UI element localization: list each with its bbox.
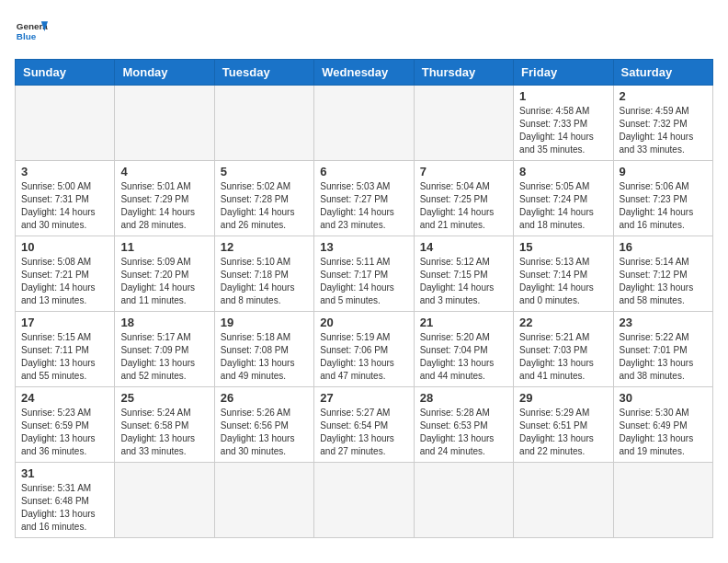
day-info: Sunrise: 5:31 AM Sunset: 6:48 PM Dayligh…	[21, 482, 108, 534]
calendar-cell: 27Sunrise: 5:27 AM Sunset: 6:54 PM Dayli…	[314, 387, 414, 463]
calendar-cell: 16Sunrise: 5:14 AM Sunset: 7:12 PM Dayli…	[613, 236, 712, 312]
calendar-cell: 9Sunrise: 5:06 AM Sunset: 7:23 PM Daylig…	[613, 161, 712, 236]
weekday-header-wednesday: Wednesday	[314, 60, 414, 86]
calendar-cell	[314, 86, 414, 161]
week-row-1: 1Sunrise: 4:58 AM Sunset: 7:33 PM Daylig…	[16, 86, 713, 161]
day-info: Sunrise: 5:21 AM Sunset: 7:03 PM Dayligh…	[519, 331, 607, 383]
day-info: Sunrise: 4:59 AM Sunset: 7:32 PM Dayligh…	[620, 105, 707, 156]
header: General Blue	[15, 15, 713, 48]
day-number: 15	[519, 240, 607, 254]
calendar-cell	[16, 86, 115, 161]
calendar-cell: 19Sunrise: 5:18 AM Sunset: 7:08 PM Dayli…	[214, 312, 313, 387]
calendar-cell: 31Sunrise: 5:31 AM Sunset: 6:48 PM Dayli…	[16, 463, 115, 538]
day-info: Sunrise: 5:24 AM Sunset: 6:58 PM Dayligh…	[120, 407, 208, 458]
day-info: Sunrise: 5:06 AM Sunset: 7:23 PM Dayligh…	[620, 180, 707, 232]
day-number: 21	[420, 316, 507, 329]
day-info: Sunrise: 5:30 AM Sunset: 6:49 PM Dayligh…	[620, 407, 707, 458]
day-number: 17	[21, 316, 108, 329]
day-info: Sunrise: 4:58 AM Sunset: 7:33 PM Dayligh…	[519, 105, 607, 156]
day-number: 30	[620, 391, 707, 405]
day-number: 22	[519, 316, 607, 329]
day-number: 29	[519, 391, 607, 405]
logo: General Blue	[15, 15, 48, 48]
day-number: 14	[420, 240, 507, 254]
day-info: Sunrise: 5:03 AM Sunset: 7:27 PM Dayligh…	[320, 180, 407, 232]
day-info: Sunrise: 5:23 AM Sunset: 6:59 PM Dayligh…	[21, 407, 108, 458]
calendar-cell: 13Sunrise: 5:11 AM Sunset: 7:17 PM Dayli…	[314, 236, 414, 312]
day-info: Sunrise: 5:27 AM Sunset: 6:54 PM Dayligh…	[320, 407, 407, 458]
calendar-cell	[314, 463, 414, 538]
calendar-cell: 2Sunrise: 4:59 AM Sunset: 7:32 PM Daylig…	[613, 86, 712, 161]
day-info: Sunrise: 5:10 AM Sunset: 7:18 PM Dayligh…	[221, 256, 308, 307]
svg-text:Blue: Blue	[17, 31, 37, 41]
day-number: 28	[420, 391, 507, 405]
calendar-cell	[613, 463, 712, 538]
calendar-cell	[414, 86, 513, 161]
calendar-table: SundayMondayTuesdayWednesdayThursdayFrid…	[15, 59, 713, 538]
week-row-3: 10Sunrise: 5:08 AM Sunset: 7:21 PM Dayli…	[16, 236, 713, 312]
day-info: Sunrise: 5:26 AM Sunset: 6:56 PM Dayligh…	[221, 407, 308, 458]
day-info: Sunrise: 5:04 AM Sunset: 7:25 PM Dayligh…	[420, 180, 507, 232]
day-info: Sunrise: 5:13 AM Sunset: 7:14 PM Dayligh…	[519, 256, 607, 307]
day-number: 19	[221, 316, 308, 329]
day-info: Sunrise: 5:11 AM Sunset: 7:17 PM Dayligh…	[320, 256, 407, 307]
day-number: 9	[620, 165, 707, 178]
weekday-header-friday: Friday	[514, 60, 613, 86]
calendar-cell	[214, 463, 313, 538]
calendar-cell: 3Sunrise: 5:00 AM Sunset: 7:31 PM Daylig…	[16, 161, 115, 236]
calendar-cell	[414, 463, 513, 538]
day-number: 16	[620, 240, 707, 254]
week-row-6: 31Sunrise: 5:31 AM Sunset: 6:48 PM Dayli…	[16, 463, 713, 538]
day-info: Sunrise: 5:18 AM Sunset: 7:08 PM Dayligh…	[221, 331, 308, 383]
day-number: 20	[320, 316, 407, 329]
day-info: Sunrise: 5:08 AM Sunset: 7:21 PM Dayligh…	[21, 256, 108, 307]
day-info: Sunrise: 5:22 AM Sunset: 7:01 PM Dayligh…	[620, 331, 707, 383]
day-number: 31	[21, 466, 108, 480]
calendar-cell	[214, 86, 313, 161]
calendar-cell: 25Sunrise: 5:24 AM Sunset: 6:58 PM Dayli…	[115, 387, 214, 463]
weekday-header-row: SundayMondayTuesdayWednesdayThursdayFrid…	[16, 60, 713, 86]
calendar-cell: 26Sunrise: 5:26 AM Sunset: 6:56 PM Dayli…	[214, 387, 313, 463]
calendar-cell: 11Sunrise: 5:09 AM Sunset: 7:20 PM Dayli…	[115, 236, 214, 312]
weekday-header-monday: Monday	[115, 60, 214, 86]
day-number: 4	[120, 165, 208, 178]
calendar-cell: 23Sunrise: 5:22 AM Sunset: 7:01 PM Dayli…	[613, 312, 712, 387]
day-number: 25	[120, 391, 208, 405]
day-info: Sunrise: 5:02 AM Sunset: 7:28 PM Dayligh…	[221, 180, 308, 232]
day-number: 27	[320, 391, 407, 405]
generalblue-logo-icon: General Blue	[15, 15, 48, 48]
day-number: 6	[320, 165, 407, 178]
day-number: 12	[221, 240, 308, 254]
calendar-cell: 29Sunrise: 5:29 AM Sunset: 6:51 PM Dayli…	[514, 387, 613, 463]
calendar-cell: 1Sunrise: 4:58 AM Sunset: 7:33 PM Daylig…	[514, 86, 613, 161]
week-row-5: 24Sunrise: 5:23 AM Sunset: 6:59 PM Dayli…	[16, 387, 713, 463]
weekday-header-tuesday: Tuesday	[214, 60, 313, 86]
calendar-cell	[514, 463, 613, 538]
day-number: 23	[620, 316, 707, 329]
calendar-cell: 15Sunrise: 5:13 AM Sunset: 7:14 PM Dayli…	[514, 236, 613, 312]
calendar-cell: 21Sunrise: 5:20 AM Sunset: 7:04 PM Dayli…	[414, 312, 513, 387]
calendar-cell: 8Sunrise: 5:05 AM Sunset: 7:24 PM Daylig…	[514, 161, 613, 236]
day-number: 24	[21, 391, 108, 405]
weekday-header-thursday: Thursday	[414, 60, 513, 86]
day-number: 26	[221, 391, 308, 405]
calendar-cell: 12Sunrise: 5:10 AM Sunset: 7:18 PM Dayli…	[214, 236, 313, 312]
calendar-cell: 20Sunrise: 5:19 AM Sunset: 7:06 PM Dayli…	[314, 312, 414, 387]
day-number: 7	[420, 165, 507, 178]
day-number: 5	[221, 165, 308, 178]
calendar-cell: 5Sunrise: 5:02 AM Sunset: 7:28 PM Daylig…	[214, 161, 313, 236]
calendar-cell: 22Sunrise: 5:21 AM Sunset: 7:03 PM Dayli…	[514, 312, 613, 387]
calendar-cell	[115, 86, 214, 161]
week-row-4: 17Sunrise: 5:15 AM Sunset: 7:11 PM Dayli…	[16, 312, 713, 387]
day-number: 8	[519, 165, 607, 178]
day-info: Sunrise: 5:12 AM Sunset: 7:15 PM Dayligh…	[420, 256, 507, 307]
calendar-cell: 4Sunrise: 5:01 AM Sunset: 7:29 PM Daylig…	[115, 161, 214, 236]
weekday-header-saturday: Saturday	[613, 60, 712, 86]
day-number: 3	[21, 165, 108, 178]
day-info: Sunrise: 5:20 AM Sunset: 7:04 PM Dayligh…	[420, 331, 507, 383]
week-row-2: 3Sunrise: 5:00 AM Sunset: 7:31 PM Daylig…	[16, 161, 713, 236]
day-number: 18	[120, 316, 208, 329]
calendar-cell: 30Sunrise: 5:30 AM Sunset: 6:49 PM Dayli…	[613, 387, 712, 463]
day-info: Sunrise: 5:14 AM Sunset: 7:12 PM Dayligh…	[620, 256, 707, 307]
day-info: Sunrise: 5:29 AM Sunset: 6:51 PM Dayligh…	[519, 407, 607, 458]
